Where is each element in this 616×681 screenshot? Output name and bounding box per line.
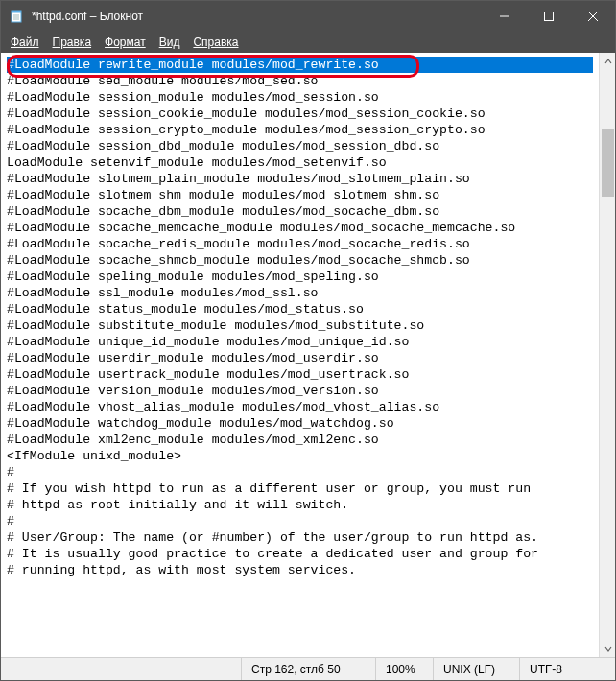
text-line[interactable]: #LoadModule ssl_module modules/mod_ssl.s…	[7, 285, 593, 301]
status-spacer	[1, 658, 241, 680]
svg-rect-6	[545, 12, 554, 21]
text-line[interactable]: #LoadModule watchdog_module modules/mod_…	[7, 415, 593, 432]
text-line[interactable]: #LoadModule speling_module modules/mod_s…	[7, 269, 593, 285]
text-line[interactable]: #LoadModule slotmem_shm_module modules/m…	[7, 187, 593, 203]
menu-edit[interactable]: Правка	[47, 34, 98, 51]
editor-area: #LoadModule rewrite_module modules/mod_r…	[1, 53, 615, 657]
text-line[interactable]: #LoadModule sed_module modules/mod_sed.s…	[7, 73, 593, 89]
text-line[interactable]: # If you wish httpd to run as a differen…	[7, 481, 593, 497]
text-line[interactable]: # running httpd, as with most system ser…	[7, 562, 593, 578]
statusbar: Стр 162, стлб 50 100% UNIX (LF) UTF-8	[1, 657, 615, 680]
status-zoom: 100%	[375, 658, 433, 680]
maximize-button[interactable]	[527, 1, 571, 32]
notepad-icon	[9, 9, 24, 24]
scroll-down-button[interactable]	[600, 641, 616, 657]
text-content[interactable]: #LoadModule rewrite_module modules/mod_r…	[1, 53, 599, 657]
text-line[interactable]: # User/Group: The name (or #number) of t…	[7, 529, 593, 546]
selected-text-line[interactable]: #LoadModule rewrite_module modules/mod_r…	[7, 57, 593, 73]
text-line[interactable]: #LoadModule session_crypto_module module…	[7, 122, 593, 138]
text-line[interactable]: #LoadModule usertrack_module modules/mod…	[7, 366, 593, 383]
menu-format[interactable]: Формат	[99, 34, 152, 51]
text-line[interactable]: #LoadModule status_module modules/mod_st…	[7, 301, 593, 317]
text-line[interactable]: #LoadModule socache_dbm_module modules/m…	[7, 203, 593, 220]
text-line[interactable]: #LoadModule session_module modules/mod_s…	[7, 89, 593, 106]
window-title: *httpd.conf – Блокнот	[32, 10, 483, 23]
text-line[interactable]: #	[7, 464, 593, 481]
text-line[interactable]: LoadModule setenvif_module modules/mod_s…	[7, 154, 593, 171]
svg-rect-1	[12, 11, 21, 13]
text-line[interactable]: #LoadModule session_cookie_module module…	[7, 106, 593, 122]
menubar: Файл Правка Формат Вид Справка	[1, 32, 615, 53]
menu-view[interactable]: Вид	[154, 34, 186, 51]
text-line[interactable]: #	[7, 513, 593, 529]
status-eol: UNIX (LF)	[433, 658, 519, 680]
text-line[interactable]: #LoadModule slotmem_plain_module modules…	[7, 171, 593, 187]
text-line[interactable]: #LoadModule vhost_alias_module modules/m…	[7, 399, 593, 415]
text-line[interactable]: #LoadModule xml2enc_module modules/mod_x…	[7, 432, 593, 448]
vertical-scrollbar[interactable]	[599, 53, 615, 657]
text-line[interactable]: #LoadModule unique_id_module modules/mod…	[7, 334, 593, 350]
scroll-thumb[interactable]	[602, 129, 614, 197]
text-line[interactable]: #LoadModule socache_redis_module modules…	[7, 236, 593, 252]
status-position: Стр 162, стлб 50	[241, 658, 375, 680]
text-line[interactable]: #LoadModule socache_memcache_module modu…	[7, 220, 593, 236]
text-line[interactable]: # It is usually good practice to create …	[7, 546, 593, 562]
text-line[interactable]: <IfModule unixd_module>	[7, 448, 593, 464]
text-line[interactable]: #LoadModule userdir_module modules/mod_u…	[7, 350, 593, 366]
close-button[interactable]	[571, 1, 615, 32]
titlebar: *httpd.conf – Блокнот	[1, 1, 615, 32]
text-line[interactable]: #LoadModule version_module modules/mod_v…	[7, 383, 593, 399]
status-encoding: UTF-8	[519, 658, 615, 680]
text-line[interactable]: # httpd as root initially and it will sw…	[7, 497, 593, 513]
minimize-button[interactable]	[483, 1, 527, 32]
text-line[interactable]: #LoadModule substitute_module modules/mo…	[7, 317, 593, 334]
scroll-up-button[interactable]	[600, 53, 616, 69]
menu-file[interactable]: Файл	[5, 34, 45, 51]
text-line[interactable]: #LoadModule session_dbd_module modules/m…	[7, 138, 593, 154]
menu-help[interactable]: Справка	[187, 34, 244, 51]
text-line[interactable]: #LoadModule socache_shmcb_module modules…	[7, 252, 593, 269]
